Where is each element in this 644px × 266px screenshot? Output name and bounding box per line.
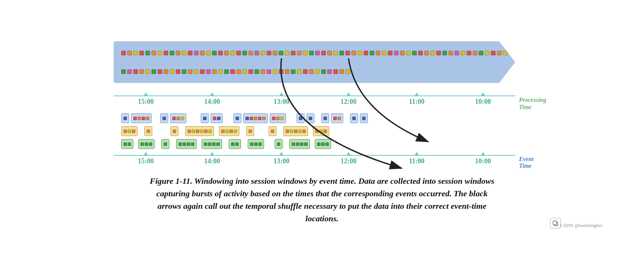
dot [315,69,320,74]
dot [206,69,211,74]
dot [145,51,150,55]
dot [182,51,186,55]
tick-1200 [346,92,351,96]
dot [309,69,314,74]
dot [194,69,199,74]
caption-line4: locations. [305,214,338,223]
dot [315,51,320,55]
dot [303,51,308,55]
dot [170,51,174,55]
dot [442,51,447,55]
btick-1000 [481,152,485,156]
dot [418,51,423,55]
btick-1200 [346,152,351,156]
dot [249,69,253,74]
dot [145,69,150,74]
dot [406,51,411,55]
main-container: 15:00 14:00 13:00 12:00 11:00 10:00 Proc… [38,34,606,232]
dot [497,51,502,55]
dot [139,51,144,55]
dot [158,51,162,55]
dot [279,51,283,55]
dot [503,51,508,55]
win-box-orange [144,126,152,136]
dot [242,69,247,74]
blabel-1000: 10:00 [475,157,491,165]
dot [152,69,156,74]
dot [200,51,205,55]
caption-line3: arrows again call out the temporal shuff… [158,201,486,211]
bottom-timeline-line [114,155,515,156]
dot [303,69,308,74]
win-box-green [202,139,222,149]
dot [321,69,326,74]
dot [267,69,271,74]
win-box-green [176,139,197,149]
win-box-green [289,139,310,149]
win-box [170,113,186,123]
dot [358,51,362,55]
dot [436,51,441,55]
dot [188,51,192,55]
dot [236,69,241,74]
dot [249,51,253,55]
win-box-green [275,139,283,149]
label-1100-top: 11:00 [409,98,424,106]
dot [297,69,302,74]
dot [461,51,465,55]
dot [394,51,399,55]
dot [224,69,229,74]
dot [230,51,235,55]
dot [164,51,168,55]
timeline-line [114,95,515,96]
dot [321,51,326,55]
win-box [211,113,223,123]
win-box [270,113,286,123]
tick-1000 [481,92,485,96]
dot [170,69,174,74]
blabel-1200: 12:00 [341,157,356,165]
btick-1500 [144,152,148,156]
label-1200-top: 12:00 [341,98,356,106]
win-box [243,113,268,123]
figure-caption: Figure 1-11. Windowing into session wind… [95,175,549,225]
blabel-1300: 13:00 [274,157,289,165]
btick-1300 [279,152,284,156]
dot [273,51,277,55]
dot [352,51,356,55]
dot [164,69,168,74]
stream-band [114,41,515,83]
dot [182,69,186,74]
dot [333,51,338,55]
dot [285,51,289,55]
win-box [321,113,329,123]
win-box-green [121,139,133,149]
dot [449,51,453,55]
dot [297,51,302,55]
dot [139,69,144,74]
win-box-orange [283,126,308,136]
stream-band-container [114,41,530,91]
dot [430,51,435,55]
dot [473,51,477,55]
window-row-1 [114,113,530,123]
dot [255,69,259,74]
copy-icon[interactable] [550,218,561,228]
label-1500-top: 15:00 [138,98,154,106]
dot [400,51,405,55]
tick-1400 [210,92,214,96]
win-box [131,113,152,123]
dot [333,69,338,74]
win-box-green [229,139,241,149]
win-box-orange [219,126,239,136]
win-box [360,113,368,123]
blabel-1100: 11:00 [409,157,424,165]
dot [133,69,138,74]
dot [261,69,265,74]
window-row-3 [114,139,530,149]
win-box [201,113,209,123]
win-box-green [315,139,331,149]
dot [455,51,459,55]
processing-time-label: ProcessingTime [519,96,546,111]
dot [188,69,192,74]
